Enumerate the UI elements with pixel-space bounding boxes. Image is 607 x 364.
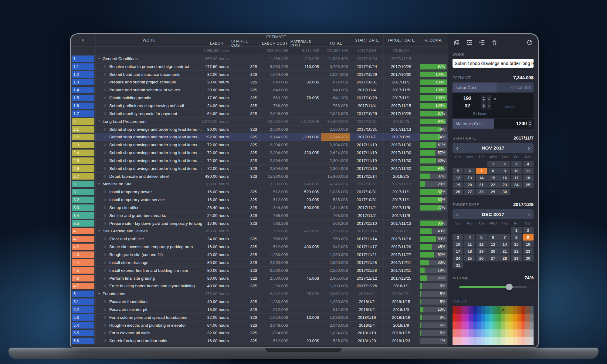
table-row[interactable]: 5▼Foundations276.00 hours8,832.00$35.00$… (71, 290, 448, 298)
color-swatch[interactable] (489, 329, 493, 337)
table-row[interactable]: 4.2Stone site access and temporary parki… (71, 243, 448, 251)
color-swatch[interactable] (465, 314, 469, 322)
prev-month-icon[interactable]: ‹ (456, 145, 458, 151)
color-swatch[interactable] (497, 306, 501, 314)
calendar-day[interactable]: 5 (453, 168, 463, 174)
color-swatch[interactable] (481, 337, 485, 345)
color-swatch[interactable] (477, 306, 481, 314)
rate-reset-icon[interactable] (487, 102, 491, 110)
color-swatch[interactable] (481, 306, 485, 314)
hours-stepper-arrows[interactable] (481, 95, 486, 102)
color-swatch[interactable] (465, 329, 469, 337)
color-swatch[interactable] (489, 306, 493, 314)
color-swatch[interactable] (461, 329, 465, 337)
table-row[interactable]: 3.3Set up site office26.40 hours32$844.8… (71, 204, 448, 212)
color-swatch[interactable] (485, 306, 489, 314)
table-row[interactable]: 2.4Submit shop drawings and order long l… (71, 149, 448, 157)
color-swatch[interactable] (456, 322, 460, 329)
color-swatch[interactable] (501, 322, 505, 329)
delete-icon[interactable] (491, 39, 497, 46)
table-row[interactable]: 2.6Submit shop drawings and order long l… (71, 165, 448, 173)
color-swatch[interactable] (501, 314, 505, 322)
calendar-day[interactable]: 4 (464, 234, 475, 241)
slider-track[interactable] (459, 286, 527, 288)
table-row[interactable]: 2.7Detail, fabricate and deliver steel48… (71, 173, 448, 180)
calendar-day[interactable]: 8 (511, 234, 522, 241)
calendar-day[interactable]: 17 (511, 175, 522, 181)
color-swatch[interactable] (530, 322, 534, 329)
color-swatch[interactable] (465, 306, 469, 314)
color-swatch[interactable] (461, 322, 465, 329)
color-swatch[interactable] (525, 314, 529, 322)
color-swatch[interactable] (453, 329, 456, 337)
color-swatch[interactable] (493, 329, 497, 337)
table-row[interactable]: 4.3Rough grade site (cut and fill)40.00 … (71, 251, 448, 259)
calendar-day[interactable]: 16 (499, 175, 510, 181)
hours-stepper[interactable]: 192 (454, 95, 491, 102)
calendar-day[interactable]: 2 (499, 161, 510, 167)
color-swatch[interactable] (509, 306, 513, 314)
color-swatch[interactable] (517, 306, 521, 314)
duplicate-icon[interactable] (453, 39, 460, 46)
color-swatch-selected[interactable]: ✓ (501, 306, 505, 314)
table-row[interactable]: 4▼Site Grading and Utilities360.00 hours… (71, 228, 448, 235)
materials-stepper-arrows[interactable] (528, 120, 532, 127)
calendar-day[interactable]: 29 (511, 255, 522, 261)
color-swatch[interactable] (505, 314, 509, 322)
color-swatch[interactable] (513, 306, 517, 314)
calendar-day[interactable]: 4 (523, 161, 534, 167)
rate-value[interactable]: 32 (454, 103, 480, 109)
table-row[interactable]: 1.4Prepare and submit schedule of values… (71, 86, 448, 94)
calendar-day[interactable]: 12 (453, 175, 463, 181)
table-row[interactable]: 1.3Prepare and submit project schedule20… (71, 79, 448, 86)
calendar-day[interactable]: 20 (487, 248, 498, 254)
table-row[interactable]: 3.1Install temporary power16.00 hours32$… (71, 188, 448, 196)
color-swatch[interactable] (481, 314, 485, 322)
color-swatch[interactable] (465, 322, 469, 329)
color-swatch[interactable] (497, 322, 501, 329)
color-swatch[interactable] (530, 337, 534, 345)
calendar-day[interactable]: 7 (499, 234, 510, 241)
color-swatch[interactable] (521, 337, 525, 345)
color-swatch[interactable] (469, 314, 473, 322)
table-row[interactable]: 5.2Excavate elevator pit16.00 hours32$51… (71, 306, 448, 314)
color-swatch[interactable] (525, 337, 529, 345)
next-month-icon[interactable]: › (528, 145, 530, 151)
indent-icon[interactable] (479, 39, 485, 46)
table-row[interactable]: 2.2Submit shop drawings and order long l… (71, 133, 448, 141)
pct-comp-slider[interactable]: − + (453, 283, 534, 291)
color-swatch[interactable] (517, 329, 521, 337)
color-swatch[interactable] (493, 322, 497, 329)
table-row[interactable]: 1▼General Conditions355.20 hours11,366.4… (71, 55, 448, 63)
calendar-day[interactable]: 22 (511, 248, 522, 254)
color-swatch[interactable] (509, 314, 513, 322)
color-swatch[interactable] (505, 329, 509, 337)
slider-minus-icon[interactable]: − (454, 285, 456, 289)
calendar-day[interactable]: 19 (476, 248, 487, 254)
color-swatch[interactable] (513, 314, 517, 322)
calendar-day[interactable]: 10 (511, 168, 522, 174)
color-swatch[interactable] (521, 314, 525, 322)
table-row[interactable]: 3▼Mobilize on Site100.00 hours3,200.00$1… (71, 180, 448, 188)
calendar-day[interactable]: 29 (487, 189, 498, 195)
hours-value[interactable]: 192 (454, 96, 480, 101)
color-swatch[interactable] (489, 314, 493, 322)
color-swatch[interactable] (453, 314, 456, 322)
color-swatch[interactable] (501, 337, 505, 345)
calendar-day[interactable]: 30 (499, 189, 510, 195)
table-row[interactable]: 1.7Submit monthly requests for payment64… (71, 110, 448, 118)
table-row[interactable]: 3.4Set line and grade benchmarks24.00 ho… (71, 212, 448, 220)
color-swatch[interactable] (477, 322, 481, 329)
color-swatch[interactable] (505, 337, 509, 345)
calendar-day[interactable]: 16 (523, 241, 534, 248)
color-swatch[interactable] (530, 306, 534, 314)
table-row[interactable]: 4.4Install storm drainage80.00 hours32$2… (71, 259, 448, 267)
calendar-day[interactable]: 27 (464, 189, 475, 195)
color-swatch[interactable] (530, 329, 534, 337)
color-swatch[interactable] (493, 337, 497, 345)
hours-reset-icon[interactable] (487, 95, 491, 102)
color-swatch[interactable] (461, 337, 465, 345)
color-swatch[interactable] (485, 337, 489, 345)
calendar-day[interactable]: 14 (499, 241, 510, 248)
color-swatch[interactable] (453, 322, 456, 329)
